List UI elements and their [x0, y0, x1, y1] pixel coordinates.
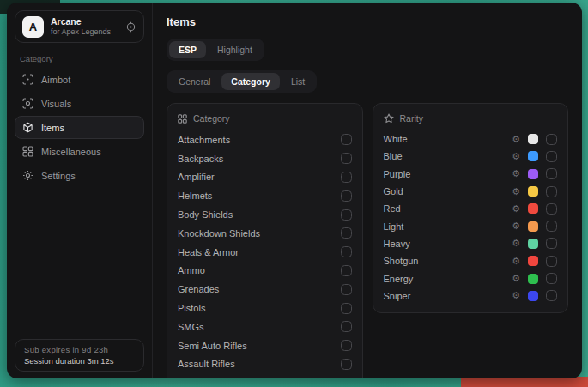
category-row: Grenades	[178, 280, 352, 299]
color-swatch[interactable]	[528, 221, 538, 232]
checkbox[interactable]	[546, 186, 557, 197]
rarity-row: White ⚙	[384, 130, 558, 148]
checkbox[interactable]	[546, 273, 557, 284]
category-panel-title: Category	[193, 113, 230, 124]
gear-icon[interactable]: ⚙	[512, 257, 520, 266]
checkbox[interactable]	[341, 190, 352, 202]
gear-icon[interactable]: ⚙	[512, 221, 520, 231]
rarity-panel: Rarity White ⚙ Blue ⚙ Purple ⚙ Gold ⚙	[373, 103, 569, 313]
checkbox[interactable]	[341, 227, 352, 239]
tab-highlight[interactable]: Highlight	[208, 41, 262, 58]
color-swatch[interactable]	[528, 274, 538, 284]
gear-icon[interactable]: ⚙	[512, 291, 520, 300]
app-subtitle: for Apex Legends	[51, 27, 118, 37]
rarity-row: Heavy ⚙	[384, 235, 558, 252]
sidebar-item-visuals[interactable]: Visuals	[15, 92, 144, 115]
checkbox[interactable]	[341, 340, 352, 351]
main-content: Items ESP Highlight General Category Lis…	[153, 3, 582, 378]
category-row: Body Shields	[178, 205, 352, 224]
category-row: Semi Auto Rifles	[178, 336, 352, 355]
category-row: Ammo	[178, 262, 352, 281]
grid-icon	[22, 146, 33, 157]
sidebar-item-items[interactable]: Items	[15, 116, 144, 139]
layout-grid-icon	[178, 114, 187, 124]
cube-icon	[22, 122, 33, 133]
app-logo: A	[22, 16, 44, 38]
gear-icon[interactable]: ⚙	[512, 169, 520, 178]
gear-icon	[22, 170, 33, 181]
checkbox[interactable]	[546, 168, 557, 179]
checkbox[interactable]	[546, 203, 557, 215]
sub-expiry-text: Sub expires in 9d 23h	[24, 345, 135, 354]
checkbox[interactable]	[546, 290, 557, 301]
sidebar-item-aimbot[interactable]: Aimbot	[15, 68, 144, 91]
rarity-row: Light ⚙	[384, 217, 558, 234]
category-row: Pistols	[178, 299, 352, 317]
color-swatch[interactable]	[528, 203, 538, 214]
checkbox[interactable]	[546, 134, 557, 145]
checkbox[interactable]	[341, 153, 352, 164]
checkbox[interactable]	[341, 284, 352, 295]
color-swatch[interactable]	[528, 291, 538, 301]
star-icon	[384, 113, 394, 124]
arcane-window: A Arcane for Apex Legends Category Aimbo…	[7, 3, 582, 378]
category-row: LMGs	[178, 373, 352, 378]
checkbox[interactable]	[341, 321, 352, 332]
app-name: Arcane	[51, 16, 118, 27]
tab-category[interactable]: Category	[221, 73, 280, 90]
checkbox[interactable]	[546, 151, 557, 162]
gear-icon[interactable]: ⚙	[512, 274, 520, 283]
gear-icon[interactable]: ⚙	[512, 135, 520, 144]
gear-icon[interactable]: ⚙	[512, 204, 520, 214]
desktop-background: A Arcane for Apex Legends Category Aimbo…	[0, 0, 588, 387]
rarity-row: Shotgun ⚙	[384, 252, 558, 269]
checkbox[interactable]	[341, 134, 352, 145]
color-swatch[interactable]	[528, 151, 538, 161]
mode-tab-group: ESP Highlight	[167, 39, 264, 61]
gear-icon[interactable]: ⚙	[512, 239, 520, 248]
rarity-panel-title: Rarity	[400, 113, 423, 124]
category-row: Helmets	[178, 186, 352, 205]
rarity-row: Purple ⚙	[384, 166, 558, 183]
color-swatch[interactable]	[528, 134, 538, 144]
rarity-row: Blue ⚙	[384, 148, 558, 165]
tab-esp[interactable]: ESP	[169, 41, 206, 58]
rarity-row: Gold ⚙	[384, 183, 558, 200]
sidebar-item-settings[interactable]: Settings	[15, 164, 144, 187]
category-panel: Category Attachments Backpacks Amplifier…	[167, 103, 363, 378]
category-row: Amplifier	[178, 168, 352, 187]
sidebar: A Arcane for Apex Legends Category Aimbo…	[7, 3, 153, 378]
category-row: Attachments	[178, 130, 352, 149]
tab-list[interactable]: List	[282, 73, 314, 90]
checkbox[interactable]	[341, 359, 352, 370]
gear-icon[interactable]: ⚙	[512, 187, 520, 197]
category-row: SMGs	[178, 317, 352, 336]
category-row: Heals & Armor	[178, 243, 352, 262]
rarity-row: Sniper ⚙	[384, 287, 558, 305]
rarity-row: Energy ⚙	[384, 269, 558, 287]
subscription-card: Sub expires in 9d 23h Session duration 3…	[15, 339, 144, 372]
checkbox[interactable]	[341, 246, 352, 257]
category-row: Assault Rifles	[178, 355, 352, 374]
color-swatch[interactable]	[528, 256, 538, 266]
color-swatch[interactable]	[528, 186, 538, 197]
checkbox[interactable]	[341, 209, 352, 221]
color-swatch[interactable]	[528, 239, 538, 249]
target-icon[interactable]	[125, 21, 136, 33]
sidebar-section-label: Category	[20, 54, 139, 63]
checkbox[interactable]	[546, 238, 557, 249]
eye-scan-icon	[22, 98, 33, 109]
checkbox[interactable]	[341, 303, 352, 314]
checkbox[interactable]	[341, 172, 352, 183]
session-duration-text: Session duration 3m 12s	[24, 356, 135, 366]
sidebar-item-miscellaneous[interactable]: Miscellaneous	[15, 140, 144, 163]
checkbox[interactable]	[341, 265, 352, 276]
checkbox[interactable]	[341, 378, 352, 378]
page-title: Items	[167, 15, 568, 28]
gear-icon[interactable]: ⚙	[512, 152, 520, 161]
tab-general[interactable]: General	[169, 73, 220, 90]
checkbox[interactable]	[546, 256, 557, 267]
checkbox[interactable]	[546, 221, 557, 232]
crosshair-icon	[22, 74, 33, 85]
color-swatch[interactable]	[528, 169, 538, 179]
